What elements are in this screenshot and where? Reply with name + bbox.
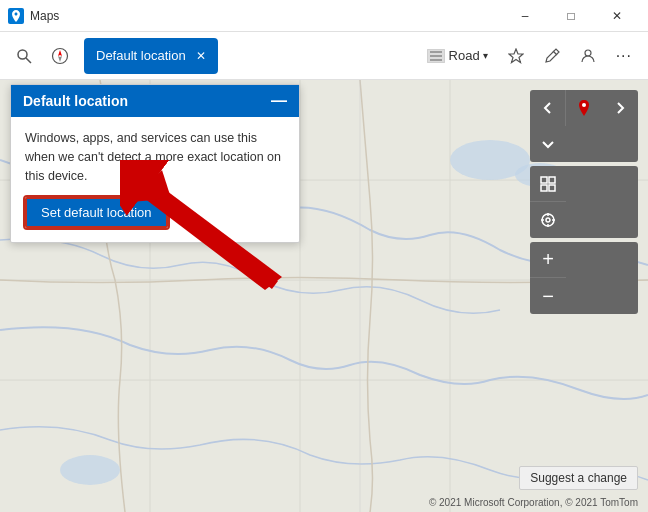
person-icon [580,48,596,64]
compass-center[interactable] [566,90,602,126]
svg-rect-29 [549,177,555,183]
zoom-in-button[interactable]: + [530,242,566,278]
popup-minimize-button[interactable]: — [271,93,287,109]
app-title: Maps [30,9,502,23]
directions-button[interactable] [536,44,568,68]
arrow-down-icon [541,137,555,151]
default-location-popup: Default location — Windows, apps, and se… [10,84,300,243]
more-options-button[interactable]: ··· [608,43,640,69]
tab-label: Default location [96,48,186,63]
set-default-location-button[interactable]: Set default location [25,197,168,228]
road-icon [427,49,445,63]
popup-title: Default location [23,93,263,109]
suggest-change-button[interactable]: Suggest a change [519,466,638,490]
location-button[interactable] [530,202,566,238]
close-button[interactable]: ✕ [594,0,640,32]
svg-line-11 [553,51,557,55]
maximize-button[interactable]: □ [548,0,594,32]
popup-description: Windows, apps, and services can use this… [25,129,285,185]
compass-row [530,90,638,126]
account-button[interactable] [572,44,604,68]
compass-down-button[interactable] [530,126,566,162]
title-bar: Maps – □ ✕ [0,0,648,32]
arrow-left-icon [541,101,555,115]
grid-icon [540,176,556,192]
search-icon [16,48,32,64]
target-icon [540,212,556,228]
svg-point-33 [546,218,550,222]
pen-icon [544,48,560,64]
compass-icon [51,47,69,65]
arrow-right-icon [613,101,627,115]
compass-left-button[interactable] [530,90,566,126]
search-button[interactable] [8,40,40,72]
default-location-tab[interactable]: Default location ✕ [84,38,218,74]
svg-marker-10 [509,49,523,63]
view-control-group [530,166,638,238]
popup-header: Default location — [11,85,299,117]
svg-point-1 [18,50,27,59]
svg-marker-4 [58,50,62,56]
svg-rect-28 [541,177,547,183]
copyright-text: © 2021 Microsoft Corporation, © 2021 Tom… [429,497,638,508]
app-icon [8,8,24,24]
compass-button[interactable] [44,40,76,72]
road-view-chevron: ▾ [483,50,488,61]
popup-body: Windows, apps, and services can use this… [11,117,299,242]
more-icon: ··· [616,47,632,65]
compass-right-button[interactable] [602,90,638,126]
svg-point-27 [582,103,586,107]
svg-line-2 [26,58,31,63]
location-pin-icon [577,100,591,116]
window-controls: – □ ✕ [502,0,640,32]
map-controls: + − [530,90,638,318]
compass-control-group [530,90,638,162]
favorites-button[interactable] [500,44,532,68]
road-view-label: Road [449,48,480,63]
svg-point-12 [585,50,591,56]
zoom-out-button[interactable]: − [530,278,566,314]
minimize-button[interactable]: – [502,0,548,32]
road-view-selector[interactable]: Road ▾ [419,44,496,67]
star-icon [508,48,524,64]
svg-marker-5 [58,56,62,62]
svg-point-22 [60,455,120,485]
toolbar-right: Road ▾ ··· [419,43,640,69]
map-container: Default location — Windows, apps, and se… [0,80,648,512]
grid-view-button[interactable] [530,166,566,202]
zoom-control-group: + − [530,242,638,314]
svg-rect-31 [549,185,555,191]
svg-rect-30 [541,185,547,191]
tab-close-icon[interactable]: ✕ [196,49,206,63]
toolbar: Default location ✕ Road ▾ [0,32,648,80]
